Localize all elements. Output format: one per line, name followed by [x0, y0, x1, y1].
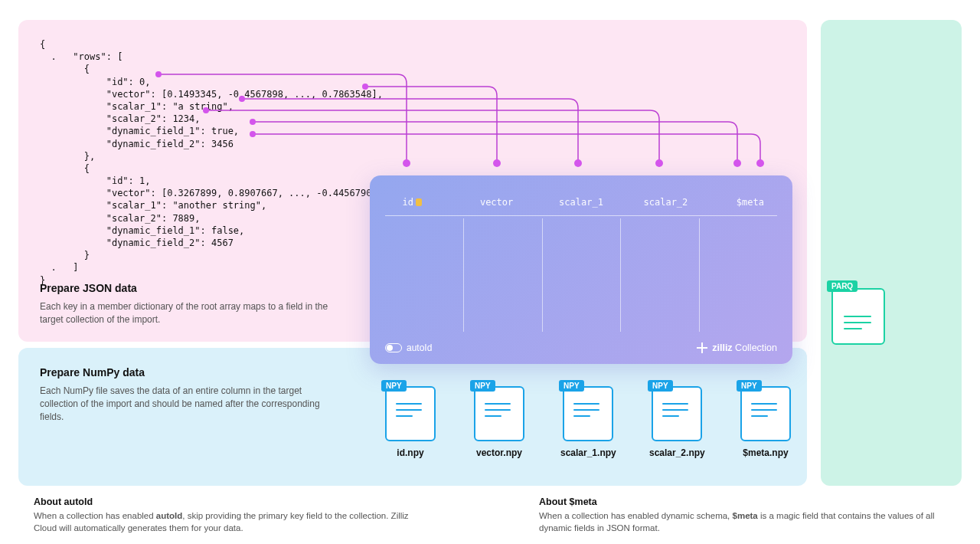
note-meta: About $meta When a collection has enable… [539, 496, 937, 534]
note-autoid-body: When a collection has enabled autoId, sk… [34, 510, 432, 534]
parquet-tag: PARQ [827, 280, 858, 292]
note-autoid-title: About autoId [34, 496, 432, 507]
parquet-panel [821, 20, 962, 486]
column-scalar-2: scalar_2 [623, 197, 707, 208]
footer-notes: About autoId When a collection has enabl… [34, 496, 952, 534]
npy-file-label: id.npy [383, 447, 438, 458]
note-autoid: About autoId When a collection has enabl… [34, 496, 432, 534]
json-title: Prepare JSON data [40, 282, 346, 294]
numpy-title: Prepare NumPy data [40, 366, 338, 379]
column-scalar-1: scalar_1 [539, 197, 623, 208]
npy-file-vector: NPY vector.npy [472, 379, 527, 458]
npy-file-row: NPY id.npy NPY vector.npy NPY scalar_1.n… [383, 379, 793, 458]
brand-label: zilliz Collection [697, 342, 777, 353]
collection-columns: id vector scalar_1 scalar_2 $meta [370, 175, 792, 208]
json-body: Each key in a member dictionary of the r… [40, 300, 346, 326]
spark-icon [697, 342, 707, 353]
npy-file-scalar-2: NPY scalar_2.npy [649, 379, 704, 458]
numpy-body: Each NumPy file saves the data of an ent… [40, 385, 338, 423]
column-id: id [370, 197, 454, 208]
npy-file-label: scalar_1.npy [560, 447, 616, 458]
key-icon [416, 198, 422, 206]
npy-file-scalar-1: NPY scalar_1.npy [560, 379, 616, 458]
json-description: Prepare JSON data Each key in a member d… [40, 282, 346, 326]
numpy-description: Prepare NumPy data Each NumPy file saves… [40, 366, 338, 423]
column-meta: $meta [708, 197, 792, 208]
npy-file-label: vector.npy [472, 447, 527, 458]
parquet-file-icon: PARQ [831, 280, 891, 345]
note-meta-title: About $meta [539, 496, 937, 507]
npy-file-label: $meta.npy [738, 447, 793, 458]
toggle-icon [385, 343, 402, 352]
npy-file-id: NPY id.npy [383, 379, 438, 458]
npy-file-label: scalar_2.npy [649, 447, 704, 458]
autoid-label: autoId [407, 342, 432, 353]
npy-file-meta: NPY $meta.npy [738, 379, 793, 458]
note-meta-body: When a collection has enabled dynamic sc… [539, 510, 937, 534]
collection-card: id vector scalar_1 scalar_2 $meta autoId… [370, 175, 792, 364]
autoid-toggle[interactable]: autoId [385, 342, 432, 353]
column-vector: vector [454, 197, 538, 208]
file-icon [831, 288, 885, 345]
